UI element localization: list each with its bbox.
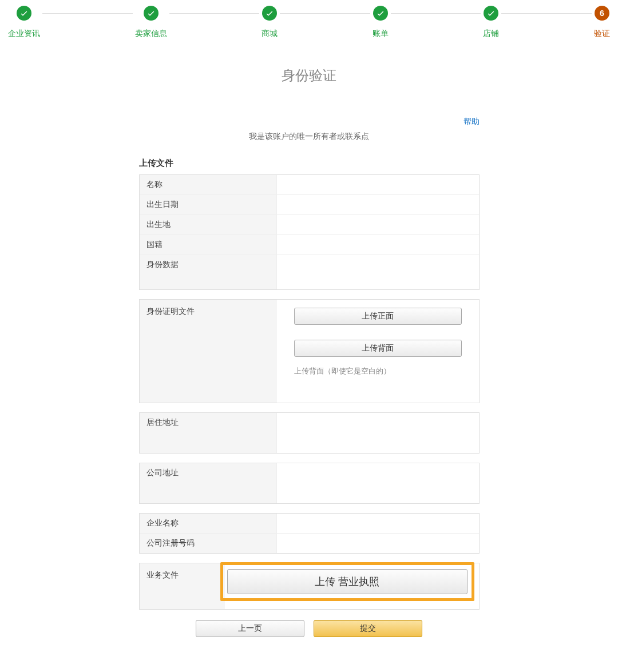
- check-icon: [484, 6, 498, 21]
- business-document-label: 业务文件: [140, 563, 225, 609]
- upload-section-title: 上传文件: [139, 158, 480, 169]
- field-identity-data-label: 身份数据: [140, 255, 277, 289]
- submit-button[interactable]: 提交: [314, 620, 422, 637]
- check-icon: [144, 6, 159, 21]
- upload-back-hint: 上传背面（即使它是空白的）: [294, 366, 462, 376]
- help-link[interactable]: 帮助: [464, 117, 480, 126]
- step-label: 卖家信息: [135, 29, 167, 39]
- field-dob-label: 出生日期: [140, 195, 277, 214]
- business-document-box: 业务文件 上传 营业执照: [139, 563, 480, 610]
- upload-business-license-button[interactable]: 上传 营业执照: [227, 569, 468, 594]
- residence-address-value: [277, 413, 479, 453]
- residence-address-box: 居住地址: [139, 412, 480, 454]
- company-reg-number-value: [277, 534, 479, 553]
- company-address-box: 公司地址: [139, 463, 480, 504]
- field-name-value: [277, 175, 479, 194]
- field-nationality-value: [277, 235, 479, 255]
- company-reg-number-label: 公司注册号码: [140, 534, 277, 553]
- step-seller-info: 卖家信息: [133, 6, 169, 39]
- upload-front-button[interactable]: 上传正面: [294, 308, 462, 325]
- id-document-label: 身份证明文件: [140, 300, 277, 403]
- check-icon: [373, 6, 388, 21]
- step-label: 店铺: [483, 29, 499, 39]
- check-icon: [17, 6, 31, 21]
- residence-address-label: 居住地址: [140, 413, 277, 453]
- step-store: 店铺: [481, 6, 501, 39]
- field-dob-value: [277, 195, 479, 214]
- step-label: 账单: [373, 29, 389, 39]
- previous-button[interactable]: 上一页: [196, 620, 304, 637]
- company-address-value: [277, 463, 479, 503]
- personal-info-box: 名称 出生日期 出生地 国籍 身份数据: [139, 174, 480, 290]
- id-document-box: 身份证明文件 上传正面 上传背面 上传背面（即使它是空白的）: [139, 299, 480, 403]
- field-identity-data-value: [277, 255, 479, 289]
- field-nationality-label: 国籍: [140, 235, 277, 255]
- footer-buttons: 上一页 提交: [139, 620, 480, 637]
- upload-back-button[interactable]: 上传背面: [294, 340, 462, 357]
- step-company-info: 企业资讯: [6, 6, 42, 39]
- account-owner-note: 我是该账户的唯一所有者或联系点: [0, 132, 618, 142]
- progress-stepper: 企业资讯 卖家信息 商城 账单 店铺 6 验证: [0, 0, 618, 39]
- field-birthplace-label: 出生地: [140, 215, 277, 234]
- step-billing: 账单: [370, 6, 391, 39]
- company-name-value: [277, 514, 479, 533]
- step-verification: 6 验证: [592, 6, 612, 39]
- company-name-label: 企业名称: [140, 514, 277, 533]
- field-name-label: 名称: [140, 175, 277, 194]
- company-info-box: 企业名称 公司注册号码: [139, 513, 480, 554]
- step-label: 验证: [594, 29, 610, 39]
- step-marketplace: 商城: [259, 6, 280, 39]
- field-birthplace-value: [277, 215, 479, 234]
- company-address-label: 公司地址: [140, 463, 277, 503]
- step-label: 商城: [262, 29, 278, 39]
- page-title: 身份验证: [0, 66, 618, 85]
- check-icon: [262, 6, 277, 21]
- step-label: 企业资讯: [8, 29, 40, 39]
- step-number-badge: 6: [595, 6, 609, 21]
